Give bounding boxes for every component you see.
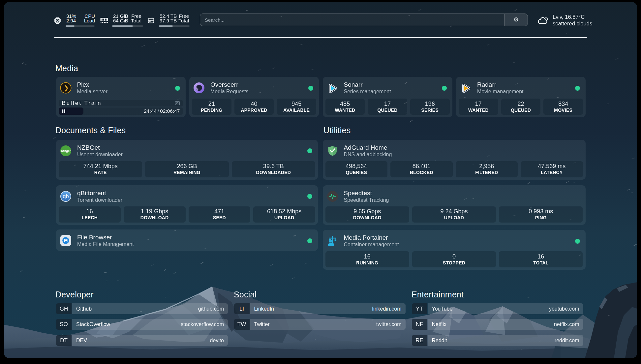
svg-text:nzbget: nzbget: [61, 149, 71, 152]
svg-text:qb: qb: [63, 193, 69, 199]
